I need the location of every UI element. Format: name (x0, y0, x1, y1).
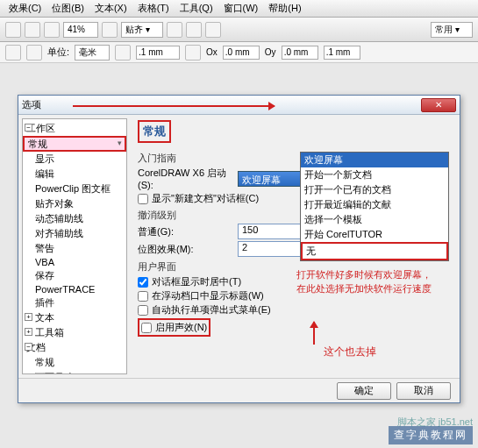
menu-table[interactable]: 表格(T) (132, 0, 175, 17)
launch-label: CorelDRAW X6 启动(S): (138, 167, 234, 190)
prop-btn[interactable] (115, 45, 131, 60)
tree-item[interactable]: 警告 (23, 241, 126, 256)
option-welcome[interactable]: 欢迎屏幕 (301, 153, 448, 167)
dup-x-input[interactable] (223, 46, 260, 60)
auto-popup-check[interactable]: 自动执行单项弹出式菜单(E) (138, 303, 453, 316)
tree-text[interactable]: +文本 (23, 310, 126, 325)
options-tree[interactable]: −工作区 常规 显示 编辑 PowerClip 图文框 贴齐对象 动态辅助线 对… (22, 118, 127, 374)
tree-item[interactable]: PowerTRACE (23, 283, 126, 295)
tree-document[interactable]: −文档 (23, 340, 126, 355)
tool-btn[interactable] (102, 22, 118, 38)
option-newdoc[interactable]: 开始一个新文档 (301, 167, 448, 182)
main-toolbar: 41% 贴齐 ▾ 常用 ▾ (0, 18, 478, 42)
menu-tools[interactable]: 工具(Q) (175, 0, 218, 17)
menu-bitmap[interactable]: 位图(B) (46, 0, 89, 17)
launch-dropdown[interactable]: 欢迎屏幕 开始一个新文档 打开一个已有的文档 打开最近编辑的文献 选择一个模板 … (300, 152, 449, 261)
option-none[interactable]: 无 (301, 242, 448, 260)
tree-item[interactable]: 插件 (23, 295, 126, 310)
annotation-text: 这个也去掉 (324, 345, 376, 359)
zoom-combo[interactable]: 41% (63, 22, 98, 38)
watermark-badge: 查字典教程网 (389, 426, 473, 444)
tree-item[interactable]: 保存 (23, 268, 126, 283)
tree-item[interactable]: 贴齐对象 (23, 196, 126, 211)
dist-input[interactable] (324, 46, 360, 60)
option-opendoc[interactable]: 打开一个已有的文档 (301, 182, 448, 197)
menu-help[interactable]: 帮助(H) (263, 0, 306, 17)
property-bar: 单位: 毫米 Ox Oy (0, 42, 478, 63)
tree-item[interactable]: PowerClip 图文框 (23, 181, 126, 196)
tree-general[interactable]: 常规 (23, 136, 126, 152)
menu-text[interactable]: 文本(X) (89, 0, 132, 17)
style-combo[interactable]: 常用 ▾ (431, 22, 473, 38)
undo-normal-input[interactable]: 150 (238, 224, 308, 239)
tree-item[interactable]: 对齐辅助线 (23, 226, 126, 241)
ok-button[interactable]: 确定 (337, 382, 391, 400)
undo-normal-label: 普通(G): (138, 225, 234, 238)
options-content: 常规 入门指南 CorelDRAW X6 启动(S): 欢迎屏幕 欢迎屏幕 开始… (131, 115, 460, 378)
tool-btn[interactable] (44, 22, 60, 38)
tree-root[interactable]: −工作区 (23, 121, 126, 136)
option-template[interactable]: 选择一个模板 (301, 212, 448, 227)
undo-bmp-label: 位图效果(M): (138, 243, 234, 256)
annotation-arrow (313, 322, 315, 345)
nudge-input[interactable] (136, 46, 180, 60)
tree-item[interactable]: 动态辅助线 (23, 211, 126, 226)
tree-toolbox[interactable]: +工具箱 (23, 325, 126, 340)
tree-item[interactable]: 编辑 (23, 167, 126, 181)
option-recent[interactable]: 打开最近编辑的文献 (301, 197, 448, 212)
tool-btn[interactable] (205, 22, 221, 38)
tool-btn[interactable] (25, 22, 40, 38)
options-dialog: 选项 ✕ −工作区 常规 显示 编辑 PowerClip 图文框 贴齐对象 动态… (18, 95, 460, 403)
section-heading: 常规 (138, 120, 171, 143)
tool-btn[interactable] (186, 22, 202, 38)
prop-btn[interactable] (26, 45, 42, 60)
close-button[interactable]: ✕ (421, 98, 456, 112)
menu-bar: 效果(C) 位图(B) 文本(X) 表格(T) 工具(Q) 窗口(W) 帮助(H… (0, 0, 478, 18)
sound-check[interactable]: 启用声效(N) (138, 318, 210, 337)
prop-btn[interactable] (185, 45, 201, 60)
option-tutor[interactable]: 开始 CorelTUTOR (301, 227, 448, 242)
tree-item[interactable]: 显示 (23, 152, 126, 167)
unit-label: 单位: (47, 46, 69, 59)
undo-bmp-input[interactable]: 2 (238, 241, 308, 257)
tool-btn[interactable] (5, 22, 21, 38)
dup-y-input[interactable] (282, 46, 318, 60)
tree-item[interactable]: 常规 (23, 355, 126, 370)
dialog-footer: 确定 取消 (18, 378, 460, 402)
cancel-button[interactable]: 取消 (396, 382, 451, 400)
menu-effects[interactable]: 效果(C) (4, 0, 46, 17)
snap-combo[interactable]: 贴齐 ▾ (121, 22, 163, 38)
tree-item[interactable]: VBA (23, 256, 126, 268)
unit-combo[interactable]: 毫米 (75, 45, 110, 60)
tree-item[interactable]: 页面尺寸 (23, 370, 126, 374)
tool-btn[interactable] (167, 22, 182, 38)
menu-window[interactable]: 窗口(W) (218, 0, 264, 17)
annotation-text: 打开软件好多时候有欢迎屏幕，在此处选择无加快软件运行速度 (296, 267, 451, 295)
prop-btn[interactable] (5, 45, 21, 60)
